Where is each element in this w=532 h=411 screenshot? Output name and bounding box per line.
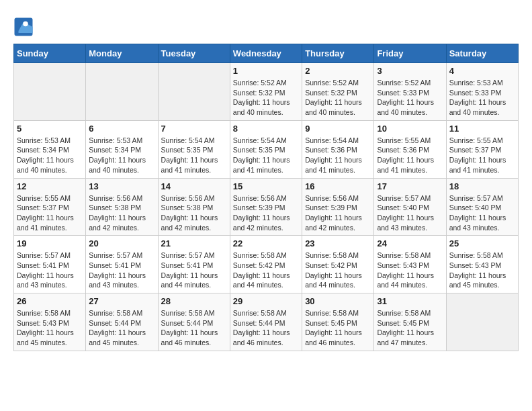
header-day-saturday: Saturday (446, 44, 518, 63)
day-info: Sunrise: 5:57 AMSunset: 5:40 PMDaylight:… (377, 193, 443, 233)
header-day-thursday: Thursday (302, 44, 374, 63)
day-info: Sunrise: 5:55 AMSunset: 5:36 PMDaylight:… (377, 136, 443, 175)
calendar-cell: 21Sunrise: 5:57 AMSunset: 5:41 PMDayligh… (158, 236, 230, 293)
day-info: Sunrise: 5:52 AMSunset: 5:32 PMDaylight:… (305, 78, 371, 118)
day-info: Sunrise: 5:52 AMSunset: 5:32 PMDaylight:… (233, 78, 299, 118)
header-day-wednesday: Wednesday (230, 44, 302, 63)
calendar-body: 1Sunrise: 5:52 AMSunset: 5:32 PMDaylight… (14, 63, 519, 351)
calendar-cell: 23Sunrise: 5:58 AMSunset: 5:42 PMDayligh… (302, 236, 374, 293)
day-info: Sunrise: 5:58 AMSunset: 5:43 PMDaylight:… (449, 250, 515, 290)
calendar-cell: 26Sunrise: 5:58 AMSunset: 5:43 PMDayligh… (14, 293, 86, 351)
day-number: 13 (89, 181, 154, 191)
calendar-cell: 27Sunrise: 5:58 AMSunset: 5:44 PMDayligh… (86, 293, 158, 351)
day-number: 17 (377, 181, 443, 191)
calendar-cell: 24Sunrise: 5:58 AMSunset: 5:43 PMDayligh… (374, 236, 446, 293)
day-info: Sunrise: 5:56 AMSunset: 5:38 PMDaylight:… (161, 193, 227, 233)
calendar-cell: 30Sunrise: 5:58 AMSunset: 5:45 PMDayligh… (302, 293, 374, 351)
logo-icon (13, 17, 34, 37)
day-info: Sunrise: 5:57 AMSunset: 5:41 PMDaylight:… (17, 250, 83, 290)
calendar-cell: 9Sunrise: 5:54 AMSunset: 5:36 PMDaylight… (302, 120, 374, 178)
day-number: 23 (305, 238, 371, 248)
week-row-5: 26Sunrise: 5:58 AMSunset: 5:43 PMDayligh… (14, 293, 519, 351)
day-number: 31 (377, 296, 443, 306)
day-info: Sunrise: 5:56 AMSunset: 5:39 PMDaylight:… (233, 193, 299, 233)
calendar-cell: 5Sunrise: 5:53 AMSunset: 5:34 PMDaylight… (14, 120, 86, 178)
calendar-cell: 13Sunrise: 5:56 AMSunset: 5:38 PMDayligh… (86, 178, 158, 236)
day-info: Sunrise: 5:55 AMSunset: 5:37 PMDaylight:… (17, 193, 83, 233)
day-number: 25 (449, 238, 515, 248)
svg-point-2 (23, 21, 28, 27)
day-number: 15 (233, 181, 299, 191)
day-info: Sunrise: 5:54 AMSunset: 5:36 PMDaylight:… (305, 136, 371, 175)
calendar-cell: 17Sunrise: 5:57 AMSunset: 5:40 PMDayligh… (374, 178, 446, 236)
calendar-cell: 20Sunrise: 5:57 AMSunset: 5:41 PMDayligh… (86, 236, 158, 293)
calendar-cell: 25Sunrise: 5:58 AMSunset: 5:43 PMDayligh… (446, 236, 518, 293)
day-info: Sunrise: 5:58 AMSunset: 5:44 PMDaylight:… (233, 308, 299, 348)
header-day-tuesday: Tuesday (158, 44, 230, 63)
day-info: Sunrise: 5:56 AMSunset: 5:38 PMDaylight:… (89, 193, 154, 233)
day-number: 16 (305, 181, 371, 191)
week-row-1: 1Sunrise: 5:52 AMSunset: 5:32 PMDaylight… (14, 63, 519, 121)
calendar-cell: 1Sunrise: 5:52 AMSunset: 5:32 PMDaylight… (230, 63, 302, 121)
day-number: 20 (89, 238, 154, 248)
calendar-cell: 12Sunrise: 5:55 AMSunset: 5:37 PMDayligh… (14, 178, 86, 236)
calendar-cell: 14Sunrise: 5:56 AMSunset: 5:38 PMDayligh… (158, 178, 230, 236)
calendar-cell: 7Sunrise: 5:54 AMSunset: 5:35 PMDaylight… (158, 120, 230, 178)
calendar-cell: 11Sunrise: 5:55 AMSunset: 5:37 PMDayligh… (446, 120, 518, 178)
calendar-cell: 3Sunrise: 5:52 AMSunset: 5:33 PMDaylight… (374, 63, 446, 121)
calendar-cell: 10Sunrise: 5:55 AMSunset: 5:36 PMDayligh… (374, 120, 446, 178)
calendar-cell: 19Sunrise: 5:57 AMSunset: 5:41 PMDayligh… (14, 236, 86, 293)
calendar-cell (446, 293, 518, 351)
calendar-cell: 15Sunrise: 5:56 AMSunset: 5:39 PMDayligh… (230, 178, 302, 236)
day-info: Sunrise: 5:57 AMSunset: 5:40 PMDaylight:… (449, 193, 515, 233)
day-info: Sunrise: 5:53 AMSunset: 5:34 PMDaylight:… (17, 136, 83, 175)
day-info: Sunrise: 5:52 AMSunset: 5:33 PMDaylight:… (377, 78, 443, 118)
calendar-cell (158, 63, 230, 121)
day-info: Sunrise: 5:58 AMSunset: 5:43 PMDaylight:… (377, 250, 443, 290)
day-number: 18 (449, 181, 515, 191)
calendar-cell (14, 63, 86, 121)
day-info: Sunrise: 5:57 AMSunset: 5:41 PMDaylight:… (89, 250, 154, 290)
day-number: 14 (161, 181, 227, 191)
calendar-cell: 28Sunrise: 5:58 AMSunset: 5:44 PMDayligh… (158, 293, 230, 351)
day-number: 28 (161, 296, 227, 306)
header (13, 13, 519, 37)
day-info: Sunrise: 5:58 AMSunset: 5:44 PMDaylight:… (89, 308, 154, 348)
day-info: Sunrise: 5:53 AMSunset: 5:34 PMDaylight:… (89, 136, 154, 175)
week-row-2: 5Sunrise: 5:53 AMSunset: 5:34 PMDaylight… (14, 120, 519, 178)
calendar-cell: 4Sunrise: 5:53 AMSunset: 5:33 PMDaylight… (446, 63, 518, 121)
day-number: 12 (17, 181, 83, 191)
day-number: 21 (161, 238, 227, 248)
day-number: 1 (233, 66, 299, 76)
logo (13, 17, 36, 37)
day-number: 2 (305, 66, 371, 76)
calendar-cell: 22Sunrise: 5:58 AMSunset: 5:42 PMDayligh… (230, 236, 302, 293)
calendar-table: SundayMondayTuesdayWednesdayThursdayFrid… (13, 44, 519, 351)
calendar-cell: 29Sunrise: 5:58 AMSunset: 5:44 PMDayligh… (230, 293, 302, 351)
calendar-cell: 16Sunrise: 5:56 AMSunset: 5:39 PMDayligh… (302, 178, 374, 236)
day-number: 4 (449, 66, 515, 76)
header-day-friday: Friday (374, 44, 446, 63)
day-number: 26 (17, 296, 83, 306)
calendar-cell: 2Sunrise: 5:52 AMSunset: 5:32 PMDaylight… (302, 63, 374, 121)
day-number: 9 (305, 124, 371, 134)
calendar-header: SundayMondayTuesdayWednesdayThursdayFrid… (14, 44, 519, 63)
day-number: 11 (449, 124, 515, 134)
day-info: Sunrise: 5:54 AMSunset: 5:35 PMDaylight:… (233, 136, 299, 175)
day-info: Sunrise: 5:58 AMSunset: 5:45 PMDaylight:… (305, 308, 371, 348)
day-info: Sunrise: 5:55 AMSunset: 5:37 PMDaylight:… (449, 136, 515, 175)
day-info: Sunrise: 5:56 AMSunset: 5:39 PMDaylight:… (305, 193, 371, 233)
day-number: 29 (233, 296, 299, 306)
day-info: Sunrise: 5:58 AMSunset: 5:42 PMDaylight:… (305, 250, 371, 290)
calendar-cell: 6Sunrise: 5:53 AMSunset: 5:34 PMDaylight… (86, 120, 158, 178)
calendar-cell: 8Sunrise: 5:54 AMSunset: 5:35 PMDaylight… (230, 120, 302, 178)
day-info: Sunrise: 5:54 AMSunset: 5:35 PMDaylight:… (161, 136, 227, 175)
calendar-cell: 18Sunrise: 5:57 AMSunset: 5:40 PMDayligh… (446, 178, 518, 236)
day-info: Sunrise: 5:58 AMSunset: 5:42 PMDaylight:… (233, 250, 299, 290)
day-info: Sunrise: 5:58 AMSunset: 5:44 PMDaylight:… (161, 308, 227, 348)
day-info: Sunrise: 5:53 AMSunset: 5:33 PMDaylight:… (449, 78, 515, 118)
header-row: SundayMondayTuesdayWednesdayThursdayFrid… (14, 44, 519, 63)
day-number: 10 (377, 124, 443, 134)
day-number: 6 (89, 124, 154, 134)
day-number: 8 (233, 124, 299, 134)
